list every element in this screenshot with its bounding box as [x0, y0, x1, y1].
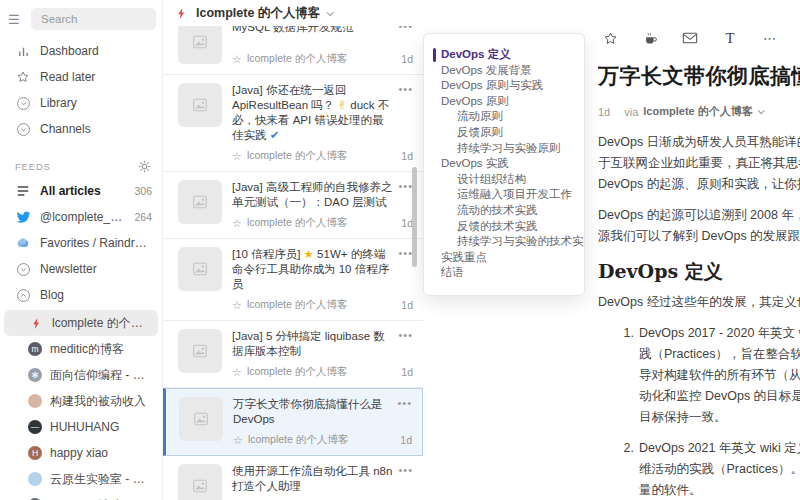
star-icon — [15, 69, 31, 85]
more-options-button[interactable]: ••• — [398, 180, 413, 210]
article-list-column: lcomplete 的个人博客 MySQL 数据库开发规范•••☆lcomple… — [163, 0, 423, 500]
article-list-item[interactable]: 万字长文带你彻底搞懂什么是 DevOps•••☆lcomplete 的个人博客1… — [163, 388, 423, 456]
favorite-star-icon[interactable]: ☆ — [232, 299, 242, 312]
article-time: 1d — [400, 434, 412, 446]
gear-icon[interactable] — [136, 158, 152, 174]
search-input[interactable] — [39, 12, 148, 26]
toc-item[interactable]: 结语 — [424, 265, 584, 281]
favorite-star-icon[interactable]: ☆ — [232, 217, 242, 230]
article-list: MySQL 数据库开发规范•••☆lcomplete 的个人博客1d[Java]… — [163, 12, 423, 500]
toc-item[interactable]: 运维融入项目开发工作 — [424, 187, 584, 203]
article-list-item[interactable]: [10 倍程序员] ★ 51W+ 的终端命令行工具助你成为 10 倍程序员•••… — [163, 239, 423, 321]
sidebar-subfeed-item[interactable]: —HUHUHANG — [4, 414, 158, 440]
sidebar-subfeed-item[interactable]: mmeditic的博客 — [4, 336, 158, 362]
article-source: lcomplete 的个人博客 — [247, 365, 347, 379]
feed-label: All articles — [40, 184, 125, 198]
toc-item[interactable]: 流动原则 — [424, 109, 584, 125]
article-thumbnail — [178, 20, 222, 64]
sidebar-feed-newsletter[interactable]: Newsletter — [0, 256, 162, 282]
sidebar-item-library[interactable]: Library — [0, 90, 162, 116]
sidebar-subfeed-item[interactable]: lcomplete 的个人博客 — [4, 310, 158, 336]
toc-item[interactable]: 反馈原则 — [424, 125, 584, 141]
article-time: 1d — [401, 150, 413, 162]
toc-item[interactable]: 设计组织结构 — [424, 172, 584, 188]
toc-item[interactable]: DevOps 原则 — [424, 94, 584, 110]
more-options-button[interactable]: ••• — [398, 247, 413, 292]
sidebar-feed-lcomplete-wild-twitt[interactable]: @lcomplete_wild (Twitt…264 — [0, 204, 162, 230]
toc-item[interactable]: 持续学习与实验原则 — [424, 141, 584, 157]
toc-popup: DevOps 定义DevOps 发展背景DevOps 原则与实践DevOps 原… — [423, 33, 585, 296]
article-source-selector[interactable]: via lcomplete 的个人博客 — [624, 104, 762, 119]
sidebar-subfeed-item[interactable]: ✻面向信仰编程 - Artic… — [4, 362, 158, 388]
feed-label: @lcomplete_wild (Twitt… — [40, 210, 125, 224]
sidebar-item-dashboard[interactable]: Dashboard — [0, 38, 162, 64]
toc-item[interactable]: 反馈的技术实践 — [424, 219, 584, 235]
feed-title: lcomplete 的个人博客 — [196, 5, 320, 22]
raindrop-icon — [15, 235, 31, 251]
sidebar-item-label: Channels — [40, 122, 152, 136]
subfeed-label: HUHUHANG — [50, 420, 150, 434]
article-title: [10 倍程序员] ★ 51W+ 的终端命令行工具助你成为 10 倍程序员 — [232, 247, 392, 292]
sidebar-nav: DashboardRead laterLibraryChannels — [0, 38, 162, 142]
sidebar-item-read-later[interactable]: Read later — [0, 64, 162, 90]
more-options-button[interactable]: ••• — [398, 83, 413, 143]
more-options-button[interactable]: ••• — [398, 329, 413, 359]
sidebar-subfeed-item[interactable]: 构建我的被动收入 — [4, 388, 158, 414]
article-thumbnail — [178, 247, 222, 291]
feed-header[interactable]: lcomplete 的个人博客 — [163, 0, 423, 26]
feed-favicon: H — [28, 446, 42, 460]
hamburger-menu-icon[interactable]: ☰ — [8, 13, 24, 26]
list-icon — [15, 183, 31, 199]
article-time: 1d — [401, 366, 413, 378]
sidebar-item-channels[interactable]: Channels — [0, 116, 162, 142]
toc-item[interactable]: 持续学习与实验的技术实践 — [424, 234, 584, 250]
more-options-button[interactable]: ⋯ — [761, 30, 779, 46]
sidebar-feed-all-articles[interactable]: All articles306 — [0, 178, 162, 204]
subfeed-label: 构建我的被动收入 — [50, 393, 150, 410]
toc-item[interactable]: DevOps 实践 — [424, 156, 584, 172]
toc-item[interactable]: DevOps 发展背景 — [424, 63, 584, 79]
image-placeholder-icon — [192, 261, 208, 277]
circle-down-icon — [15, 121, 31, 137]
search-box[interactable] — [31, 8, 156, 30]
sidebar-subfeed-item[interactable]: /MacTalk-池建强的… — [4, 492, 158, 500]
toc-item[interactable]: DevOps 定义 — [424, 47, 584, 63]
app-window: ☰ DashboardRead laterLibraryChannels FEE… — [0, 0, 800, 500]
article-time: 1d — [598, 106, 610, 118]
feed-favicon — [28, 472, 42, 486]
article-list-item[interactable]: 使用开源工作流自动化工具 n8n 打造个人助理•••☆lcomplete 的个人… — [163, 456, 423, 500]
paragraph: DevOps 经过这些年的发展，其定义也在不断 — [598, 292, 800, 313]
sidebar-subfeed-item[interactable]: 云原生实验室 - Kube… — [4, 466, 158, 492]
toc-item[interactable]: 实践重点 — [424, 250, 584, 266]
sidebar-feed-blog[interactable]: Blog — [0, 282, 162, 308]
favorite-star-icon[interactable]: ☆ — [232, 366, 242, 379]
favorite-star-icon[interactable]: ☆ — [232, 150, 242, 163]
star-button[interactable] — [601, 30, 619, 46]
section-heading: DevOps 定义 — [598, 261, 800, 282]
favorite-star-icon[interactable]: ☆ — [232, 53, 242, 66]
more-options-button[interactable]: ••• — [397, 397, 412, 427]
article-title: 使用开源工作流自动化工具 n8n 打造个人助理 — [232, 464, 392, 494]
toc-item[interactable]: DevOps 原则与实践 — [424, 78, 584, 94]
article-title: 万字长文带你彻底搞懂什么是 DevOps — [233, 397, 391, 427]
image-placeholder-icon — [192, 34, 208, 50]
toc-item[interactable]: 流动的技术实践 — [424, 203, 584, 219]
more-options-button[interactable]: ••• — [398, 464, 413, 494]
article-list-item[interactable]: [Java] 5 分钟搞定 liquibase 数据库版本控制•••☆lcomp… — [163, 321, 423, 388]
email-button[interactable] — [681, 30, 699, 46]
article-list-item[interactable]: [Java] 高级工程师的自我修养之单元测试（一）：DAO 层测试•••☆lco… — [163, 172, 423, 239]
article-list-item[interactable]: [Java] 你还在统一返回 ApiResultBean 吗？ ✌ duck 不… — [163, 75, 423, 172]
coffee-cup-button[interactable] — [641, 30, 659, 46]
feeds-section-label: FEEDS — [15, 161, 136, 172]
image-placeholder-icon — [192, 478, 208, 494]
sidebar-feed-favorites-raindrop-io[interactable]: Favorites / Raindrop.io — [0, 230, 162, 256]
feed-label: Favorites / Raindrop.io — [40, 236, 152, 250]
numbered-list-item: 1.DevOps 2017 - 2020 年英文 wiki 定义践（Practi… — [618, 323, 800, 428]
article-source: lcomplete 的个人博客 — [643, 104, 752, 119]
typography-button[interactable]: T — [721, 30, 739, 46]
circle-down-icon — [15, 95, 31, 111]
circle-down-icon — [15, 261, 31, 277]
favorite-star-icon[interactable]: ☆ — [233, 434, 243, 447]
list-scrollbar[interactable] — [412, 167, 417, 267]
sidebar-subfeed-item[interactable]: Hhappy xiao — [4, 440, 158, 466]
